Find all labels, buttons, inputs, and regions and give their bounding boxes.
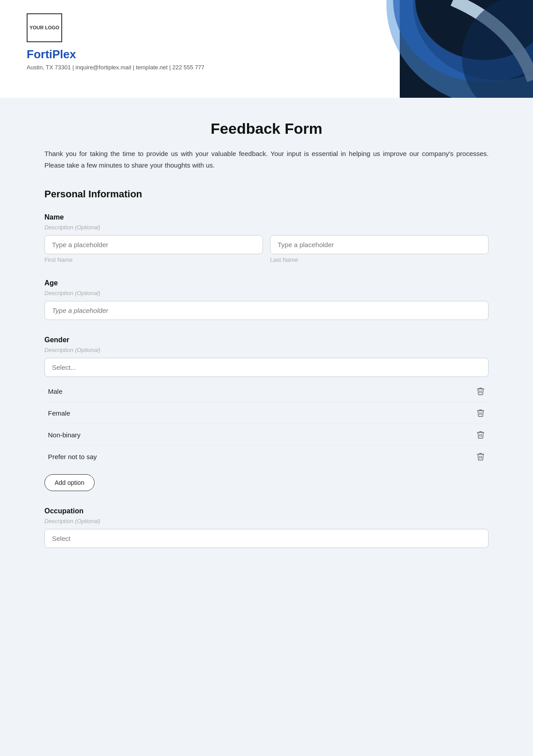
field-occupation: Occupation Description (Optional) [44,507,489,550]
logo-text: YOUR LOGO [29,24,59,31]
logo-box: YOUR LOGO [27,13,62,42]
delete-nonbinary-button[interactable] [476,430,485,439]
form-title: Feedback Form [44,120,489,137]
delete-female-button[interactable] [476,408,485,417]
first-name-wrapper: First Name [44,235,263,263]
gender-select-input[interactable] [44,358,489,377]
first-name-input[interactable] [44,235,263,254]
last-name-label: Last Name [270,256,489,263]
company-name: FortiPlex [27,48,506,61]
main-content: Feedback Form Thank you for taking the t… [0,98,533,592]
name-input-row: First Name Last Name [44,235,489,263]
field-age-label: Age [44,279,489,287]
list-item: Female [44,402,489,424]
occupation-select-input[interactable] [44,529,489,548]
first-name-label: First Name [44,256,263,263]
list-item: Prefer not to say [44,446,489,467]
field-age: Age Description (Optional) [44,279,489,320]
age-input[interactable] [44,301,489,320]
delete-prefer-not-button[interactable] [476,452,485,461]
list-item: Male [44,380,489,402]
header: YOUR LOGO FortiPlex Austin, TX 73301 | i… [0,0,533,98]
option-female-label: Female [48,409,70,417]
field-occupation-label: Occupation [44,507,489,515]
add-option-button[interactable]: Add option [44,474,95,491]
form-intro: Thank you for taking the time to provide… [44,148,489,171]
delete-male-button[interactable] [476,387,485,396]
last-name-wrapper: Last Name [270,235,489,263]
field-name-description: Description (Optional) [44,224,489,231]
option-nonbinary-label: Non-binary [48,431,80,439]
option-prefer-not-label: Prefer not to say [48,453,97,460]
field-name-label: Name [44,213,489,221]
option-male-label: Male [48,388,63,395]
section-personal-info-title: Personal Information [44,188,489,200]
field-gender: Gender Description (Optional) Male Femal… [44,336,489,491]
field-occupation-description: Description (Optional) [44,518,489,524]
company-info: Austin, TX 73301 | inquire@fortiplex.mai… [27,64,506,71]
field-gender-label: Gender [44,336,489,344]
field-age-description: Description (Optional) [44,290,489,296]
gender-options-list: Male Female [44,380,489,467]
list-item: Non-binary [44,424,489,446]
field-name: Name Description (Optional) First Name L… [44,213,489,263]
header-left: YOUR LOGO FortiPlex Austin, TX 73301 | i… [27,13,506,71]
field-gender-description: Description (Optional) [44,347,489,353]
last-name-input[interactable] [270,235,489,254]
